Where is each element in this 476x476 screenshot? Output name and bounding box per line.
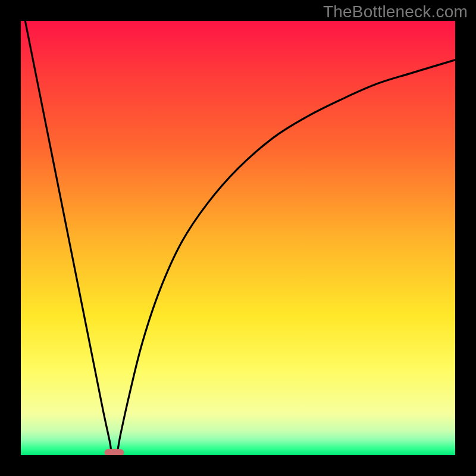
plot-area [21, 21, 455, 455]
optimum-marker [105, 449, 124, 455]
gradient-background [21, 21, 455, 455]
watermark-text: TheBottleneck.com [323, 2, 468, 21]
chart-frame: TheBottleneck.com [0, 0, 476, 476]
plot-svg [21, 21, 455, 455]
